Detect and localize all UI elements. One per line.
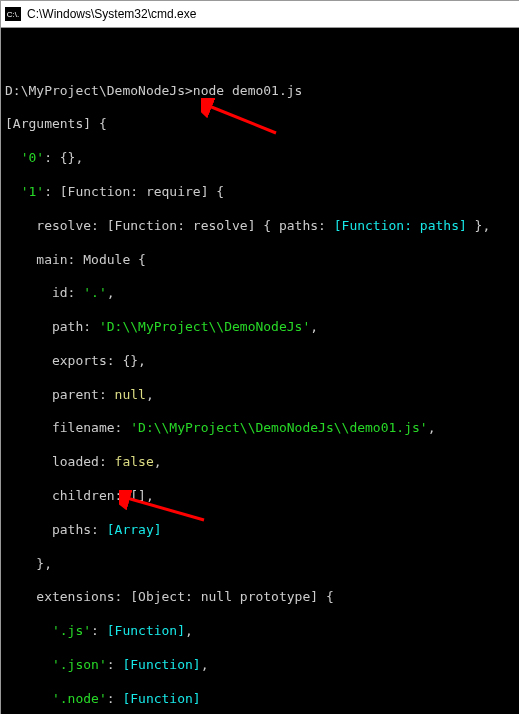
terminal-output[interactable]: D:\MyProject\DemoNodeJs>node demo01.js [… (1, 28, 519, 714)
empty-line (5, 49, 516, 66)
out-l8: exports: {}, (5, 353, 516, 370)
out-l2: '0': {}, (5, 150, 516, 167)
out-l13: paths: [Array] (5, 522, 516, 539)
out-l4: resolve: [Function: resolve] { paths: [F… (5, 218, 516, 235)
cmd-window: C:\. C:\Windows\System32\cmd.exe D:\MyPr… (0, 0, 519, 714)
out-l1: [Arguments] { (5, 116, 516, 133)
titlebar-path: C:\Windows\System32\cmd.exe (27, 7, 196, 21)
out-l10: filename: 'D:\\MyProject\\DemoNodeJs\\de… (5, 420, 516, 437)
out-l6: id: '.', (5, 285, 516, 302)
out-l16: '.js': [Function], (5, 623, 516, 640)
cmd-icon: C:\. (5, 7, 21, 21)
out-l12: children: [], (5, 488, 516, 505)
out-l7: path: 'D:\\MyProject\\DemoNodeJs', (5, 319, 516, 336)
titlebar[interactable]: C:\. C:\Windows\System32\cmd.exe (1, 1, 519, 28)
out-l3: '1': [Function: require] { (5, 184, 516, 201)
out-l18: '.node': [Function] (5, 691, 516, 708)
prompt-line: D:\MyProject\DemoNodeJs>node demo01.js (5, 83, 516, 100)
out-l9: parent: null, (5, 387, 516, 404)
out-l11: loaded: false, (5, 454, 516, 471)
out-l5: main: Module { (5, 252, 516, 269)
out-l14: }, (5, 556, 516, 573)
out-l15: extensions: [Object: null prototype] { (5, 589, 516, 606)
out-l17: '.json': [Function], (5, 657, 516, 674)
